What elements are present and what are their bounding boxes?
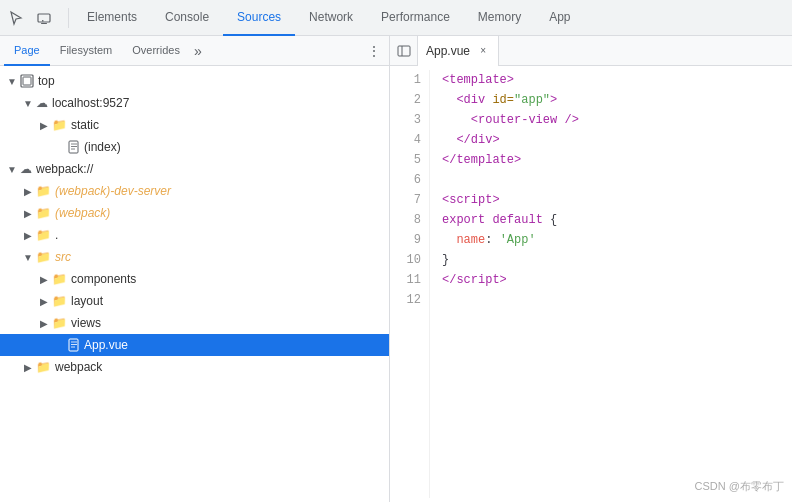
toolbar-icons (4, 6, 56, 30)
index-label: (index) (84, 140, 121, 154)
tree-item-index[interactable]: (index) (0, 136, 389, 158)
code-line-7: <script> (442, 190, 780, 210)
expand-arrow-webpack-root: ▼ (4, 164, 20, 175)
appvue-label: App.vue (84, 338, 128, 352)
folder-icon-components: 📁 (52, 272, 67, 286)
localhost-label: localhost:9527 (52, 96, 129, 110)
components-label: components (71, 272, 136, 286)
tree-item-webpack-bottom[interactable]: ▶ 📁 webpack (0, 356, 389, 378)
tab-performance[interactable]: Performance (367, 0, 464, 36)
tab-bar: Elements Console Sources Network Perform… (73, 0, 585, 36)
wds-label: (webpack)-dev-server (55, 184, 171, 198)
device-icon[interactable] (32, 6, 56, 30)
svg-rect-1 (41, 23, 47, 24)
src-label: src (55, 250, 71, 264)
sub-tab-page[interactable]: Page (4, 36, 50, 66)
svg-rect-0 (38, 14, 50, 22)
editor-tab-close[interactable]: × (476, 44, 490, 58)
svg-rect-4 (23, 77, 31, 85)
code-line-4: </div> (442, 130, 780, 150)
svg-rect-2 (42, 20, 44, 22)
more-tabs-icon[interactable]: » (190, 43, 206, 59)
code-line-6 (442, 170, 780, 190)
folder-icon-views: 📁 (52, 316, 67, 330)
code-line-1: <template> (442, 70, 780, 90)
main-content: Page Filesystem Overrides » ⋮ ▼ top ▼ ☁ (0, 36, 792, 502)
tree-item-dot[interactable]: ▶ 📁 . (0, 224, 389, 246)
tree-item-localhost[interactable]: ▼ ☁ localhost:9527 (0, 92, 389, 114)
expand-arrow-components: ▶ (36, 274, 52, 285)
left-panel: Page Filesystem Overrides » ⋮ ▼ top ▼ ☁ (0, 36, 390, 502)
right-panel: App.vue × 1 2 3 4 5 6 7 8 9 10 11 12 <te… (390, 36, 792, 502)
cursor-icon[interactable] (4, 6, 28, 30)
code-line-5: </template> (442, 150, 780, 170)
folder-icon-dot: 📁 (36, 228, 51, 242)
tree-item-src[interactable]: ▼ 📁 src (0, 246, 389, 268)
layout-label: layout (71, 294, 103, 308)
expand-arrow-dot: ▶ (20, 230, 36, 241)
sub-tabs-menu-icon[interactable]: ⋮ (363, 43, 385, 59)
expand-arrow-webpack-bottom: ▶ (20, 362, 36, 373)
file-tree: ▼ top ▼ ☁ localhost:9527 ▶ 📁 static (0, 66, 389, 502)
watermark: CSDN @布零布丁 (695, 479, 784, 494)
dot-label: . (55, 228, 58, 242)
tree-item-webpack-root[interactable]: ▼ ☁ webpack:// (0, 158, 389, 180)
code-line-9: name: 'App' (442, 230, 780, 250)
code-line-3: <router-view /> (442, 110, 780, 130)
folder-icon-wds: 📁 (36, 184, 51, 198)
cloud-icon-webpack: ☁ (20, 162, 32, 176)
folder-icon-webpack-bottom: 📁 (36, 360, 51, 374)
tab-elements[interactable]: Elements (73, 0, 151, 36)
tab-app[interactable]: App (535, 0, 584, 36)
tree-item-webpack-dev-server[interactable]: ▶ 📁 (webpack)-dev-server (0, 180, 389, 202)
sub-tab-filesystem[interactable]: Filesystem (50, 36, 123, 66)
tab-sources[interactable]: Sources (223, 0, 295, 36)
code-line-11: </script> (442, 270, 780, 290)
tree-item-views[interactable]: ▶ 📁 views (0, 312, 389, 334)
folder-icon-static: 📁 (52, 118, 67, 132)
box-icon (20, 74, 34, 88)
sub-tabs: Page Filesystem Overrides » ⋮ (0, 36, 389, 66)
expand-arrow-src: ▼ (20, 252, 36, 263)
file-icon-index (68, 140, 80, 154)
tree-item-webpack2[interactable]: ▶ 📁 (webpack) (0, 202, 389, 224)
svg-rect-13 (398, 46, 410, 56)
top-label: top (38, 74, 55, 88)
nav-breadcrumb-icon[interactable] (390, 36, 418, 66)
expand-arrow-top: ▼ (4, 76, 20, 87)
line-numbers: 1 2 3 4 5 6 7 8 9 10 11 12 (390, 70, 430, 498)
svg-rect-9 (69, 339, 78, 351)
code-line-10: } (442, 250, 780, 270)
sub-tab-overrides[interactable]: Overrides (122, 36, 190, 66)
webpack-root-label: webpack:// (36, 162, 93, 176)
tree-item-appvue[interactable]: App.vue (0, 334, 389, 356)
expand-arrow-wds: ▶ (20, 186, 36, 197)
code-line-8: export default { (442, 210, 780, 230)
code-line-2: <div id="app"> (442, 90, 780, 110)
code-area: 1 2 3 4 5 6 7 8 9 10 11 12 <template> <d… (390, 66, 792, 502)
cloud-icon-localhost: ☁ (36, 96, 48, 110)
expand-arrow-layout: ▶ (36, 296, 52, 307)
webpack2-label: (webpack) (55, 206, 110, 220)
expand-arrow-localhost: ▼ (20, 98, 36, 109)
tree-item-static[interactable]: ▶ 📁 static (0, 114, 389, 136)
tab-network[interactable]: Network (295, 0, 367, 36)
expand-arrow-static: ▶ (36, 120, 52, 131)
editor-tab-appvue[interactable]: App.vue × (418, 36, 499, 66)
static-label: static (71, 118, 99, 132)
tree-item-layout[interactable]: ▶ 📁 layout (0, 290, 389, 312)
code-line-12 (442, 290, 780, 310)
editor-tab-label: App.vue (426, 44, 470, 58)
tab-console[interactable]: Console (151, 0, 223, 36)
webpack-bottom-label: webpack (55, 360, 102, 374)
folder-icon-src: 📁 (36, 250, 51, 264)
toolbar: Elements Console Sources Network Perform… (0, 0, 792, 36)
tree-item-top[interactable]: ▼ top (0, 70, 389, 92)
folder-icon-webpack2: 📁 (36, 206, 51, 220)
code-lines: <template> <div id="app"> <router-view /… (430, 70, 792, 498)
tree-item-components[interactable]: ▶ 📁 components (0, 268, 389, 290)
tab-memory[interactable]: Memory (464, 0, 535, 36)
expand-arrow-views: ▶ (36, 318, 52, 329)
expand-arrow-webpack2: ▶ (20, 208, 36, 219)
svg-rect-5 (69, 141, 78, 153)
